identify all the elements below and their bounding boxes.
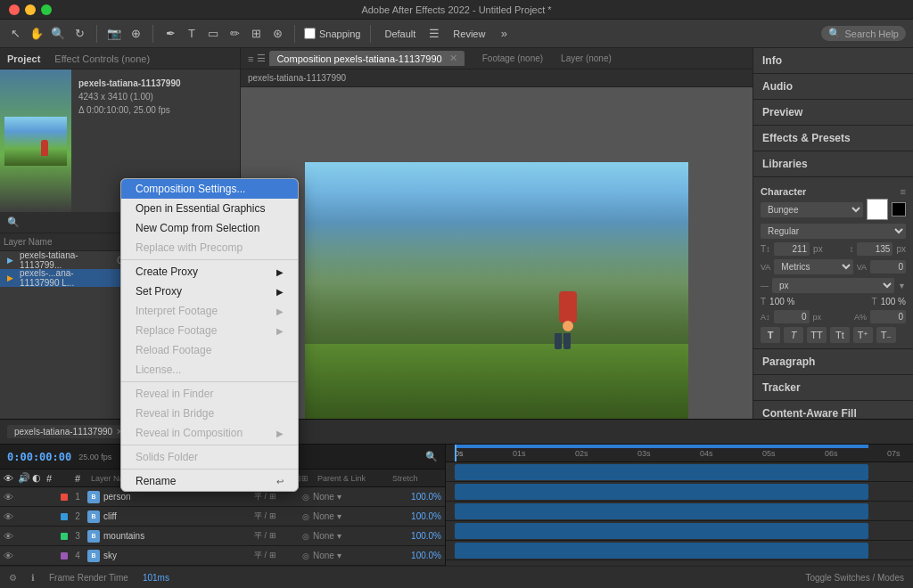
brush-tool-icon[interactable]: ✏ [226, 26, 243, 42]
layer-stretch-4[interactable]: 100.0% [388, 551, 441, 560]
baseline-field[interactable] [774, 310, 810, 323]
track-bar-1[interactable] [455, 464, 868, 480]
eye-icon-4[interactable]: 👁 [4, 551, 14, 561]
eye-icon-3[interactable]: 👁 [4, 531, 14, 542]
search-icon-timeline[interactable]: 🔍 [425, 451, 438, 462]
character-menu-icon[interactable]: ≡ [901, 186, 906, 197]
smallcaps-button[interactable]: Tt [830, 327, 850, 343]
unit-dropdown[interactable]: px [772, 278, 894, 293]
stroke-color-swatch[interactable] [892, 202, 906, 216]
more-tools-icon[interactable]: » [496, 26, 512, 42]
close-button[interactable] [9, 4, 20, 15]
pen-tool-icon[interactable]: ✒ [162, 26, 178, 42]
track-row-1[interactable] [446, 462, 913, 482]
layer-stretch-1[interactable]: 100.0% [388, 492, 441, 502]
work-area-bar[interactable] [455, 445, 868, 448]
composition-tab[interactable]: Composition pexels-tatiana-11137990 ✕ [269, 51, 464, 66]
layer-parent-1[interactable]: None ▾ [313, 492, 384, 502]
track-bar-3[interactable] [455, 503, 868, 519]
footage-none-tab[interactable]: Footage (none) [482, 53, 543, 63]
snapping-checkbox[interactable] [304, 28, 316, 39]
ctx-item-rename[interactable]: Rename ↩ [121, 471, 298, 491]
preview-title[interactable]: Preview [753, 100, 913, 125]
shape-tool-icon[interactable]: ▭ [205, 26, 221, 42]
tracker-title[interactable]: Tracker [753, 375, 913, 400]
ruler-bar[interactable]: 0s 01s 02s 03s 04s 05s 06s 07s [446, 445, 913, 462]
ctx-item-new-comp[interactable]: New Comp from Selection [121, 218, 298, 238]
ctx-item-composition-settings[interactable]: Composition Settings... [121, 179, 298, 199]
minimize-button[interactable] [25, 4, 36, 15]
project-thumbnail [0, 69, 71, 212]
track-bar-4[interactable] [455, 523, 868, 539]
layer-parent-2[interactable]: None ▾ [313, 511, 384, 521]
settings-icon[interactable]: ⚙ [9, 573, 17, 583]
track-row-3[interactable] [446, 502, 913, 521]
toggle-switches-label[interactable]: Toggle Switches / Modes [805, 573, 904, 583]
layer-color-4 [61, 552, 68, 559]
audio-title[interactable]: Audio [753, 74, 913, 99]
subscript-button[interactable]: T₋ [876, 327, 896, 343]
layer-parent-4[interactable]: None ▾ [313, 551, 384, 560]
style-dropdown[interactable]: Regular [761, 224, 906, 239]
anchor-tool-icon[interactable]: ⊕ [127, 26, 144, 42]
track-bar-2[interactable] [455, 484, 868, 500]
timeline-time[interactable]: 0:00:00:00 [7, 451, 71, 463]
libraries-title[interactable]: Libraries [753, 151, 913, 176]
workspace-button[interactable]: Default [380, 24, 422, 44]
italic-button[interactable]: T [784, 327, 803, 343]
playhead[interactable] [455, 445, 456, 461]
tracking-dropdown[interactable]: Metrics [774, 259, 852, 274]
stamp-tool-icon[interactable]: ⊞ [248, 26, 264, 42]
arrow-tool-icon[interactable]: ↖ [7, 26, 23, 42]
tsukiji-field[interactable] [870, 310, 906, 323]
layer-parent-3[interactable]: None ▾ [313, 531, 384, 541]
paragraph-title[interactable]: Paragraph [753, 349, 913, 374]
eye-icon-1[interactable]: 👁 [4, 492, 14, 502]
rotate-tool-icon[interactable]: ↻ [71, 26, 87, 42]
comp-tab-close[interactable]: ✕ [449, 53, 457, 64]
track-row-4[interactable] [446, 521, 913, 541]
puppet-tool-icon[interactable]: ⊛ [269, 26, 285, 42]
layer-row[interactable]: 👁 3 B mountains 平 / ⊞ ◎ None ▾ 100.0% [0, 527, 445, 546]
maximize-button[interactable] [41, 4, 52, 15]
review-button[interactable]: Review [448, 24, 490, 44]
timeline-ruler: 0s 01s 02s 03s 04s 05s 06s 07s [446, 445, 913, 566]
timeline-tab[interactable]: pexels-tatiana-11137990 ✕ [7, 425, 130, 438]
font-size-field[interactable] [774, 242, 810, 256]
timeline-fps: 25.00 fps [78, 453, 111, 461]
type-tool-icon[interactable]: T [184, 26, 200, 42]
ctx-item-set-proxy[interactable]: Set Proxy ▶ [121, 282, 298, 301]
layer-stretch-3[interactable]: 100.0% [388, 531, 441, 541]
info-title[interactable]: Info [753, 48, 913, 73]
superscript-button[interactable]: T⁺ [853, 327, 873, 343]
fill-color-swatch[interactable] [867, 199, 888, 220]
info-icon[interactable]: ℹ [31, 573, 35, 583]
effect-controls-tab[interactable]: Effect Controls (none) [54, 53, 150, 64]
scale-h-value[interactable]: 100 % [769, 297, 794, 306]
layer-row[interactable]: 👁 4 B sky 平 / ⊞ ◎ None ▾ 100.0% [0, 546, 445, 566]
kerning-field[interactable] [870, 260, 906, 274]
effects-presets-title[interactable]: Effects & Presets [753, 126, 913, 151]
allcaps-button[interactable]: TT [807, 327, 827, 343]
bold-button[interactable]: T [761, 327, 780, 343]
camera-tool-icon[interactable]: 📷 [106, 26, 122, 42]
footage-icon: ▶ [4, 272, 16, 284]
info-label: Info [762, 54, 782, 67]
track-row-5[interactable] [446, 541, 913, 560]
zoom-tool-icon[interactable]: 🔍 [50, 26, 66, 42]
layer-stretch-2[interactable]: 100.0% [388, 511, 441, 521]
layer-none-tab[interactable]: Layer (none) [561, 53, 612, 63]
scale-v-value[interactable]: 100 % [881, 297, 906, 306]
workspace-menu-icon[interactable]: ☰ [426, 26, 442, 42]
font-dropdown[interactable]: Bungee [761, 202, 863, 217]
hamburger-icon: ☰ [257, 53, 266, 64]
track-row-2[interactable] [446, 482, 913, 502]
search-help-area[interactable]: 🔍 Search Help [821, 26, 906, 41]
ctx-item-create-proxy[interactable]: Create Proxy ▶ [121, 262, 298, 282]
eye-icon-2[interactable]: 👁 [4, 511, 14, 522]
hand-tool-icon[interactable]: ✋ [29, 26, 45, 42]
ctx-item-open-essential[interactable]: Open in Essential Graphics [121, 199, 298, 218]
track-bar-5[interactable] [455, 543, 868, 559]
layer-row[interactable]: 👁 2 B cliff 平 / ⊞ ◎ None ▾ 100.0% [0, 507, 445, 527]
line-height-field[interactable] [857, 242, 892, 256]
